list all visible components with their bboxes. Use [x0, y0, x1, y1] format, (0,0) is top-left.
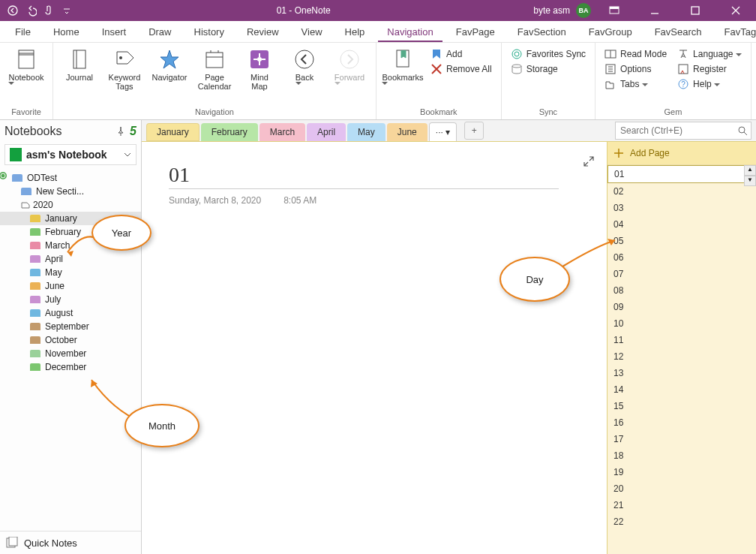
keyword-tags-button[interactable]: KeywordTags: [103, 46, 146, 91]
page-canvas[interactable]: 01 Sunday, March 8, 2020 8:05 AM: [142, 142, 607, 554]
section-tab-february[interactable]: February: [201, 123, 258, 141]
sync-icon[interactable]: [0, 171, 8, 180]
section-august[interactable]: August: [0, 306, 141, 320]
section-tab-june[interactable]: June: [387, 123, 428, 141]
scroll-down-icon[interactable]: ▼: [744, 176, 756, 186]
mind-map-button[interactable]: MindMap: [238, 46, 281, 91]
journal-button[interactable]: Journal: [58, 46, 101, 82]
page-item[interactable]: 22: [608, 513, 756, 530]
page-item[interactable]: 07: [608, 266, 756, 282]
section-tab-april[interactable]: April: [307, 123, 346, 141]
pin-icon[interactable]: [116, 126, 125, 137]
section-group-2020[interactable]: 2020: [0, 198, 141, 212]
page-item[interactable]: 19: [608, 464, 756, 480]
section-new[interactable]: New Secti...: [0, 185, 141, 198]
scroll-up-icon[interactable]: ▲: [744, 165, 756, 176]
tabs-button[interactable]: Tabs: [600, 77, 671, 91]
section-tab-march[interactable]: March: [260, 123, 305, 141]
sync-status-icon[interactable]: 5: [130, 125, 136, 138]
user-name[interactable]: byte asm: [533, 5, 570, 16]
page-item[interactable]: 05: [608, 233, 756, 249]
maximize-button[interactable]: [678, 0, 712, 21]
tab-file[interactable]: File: [6, 23, 40, 42]
tab-view[interactable]: View: [292, 23, 332, 42]
touch-mode-icon[interactable]: [42, 4, 56, 17]
minimize-button[interactable]: [638, 0, 672, 21]
page-item[interactable]: 11: [608, 332, 756, 348]
section-december[interactable]: December: [0, 360, 141, 374]
page-item[interactable]: 15: [608, 398, 756, 414]
page-item[interactable]: 20: [608, 480, 756, 497]
tab-favtag[interactable]: FavTag: [716, 23, 757, 42]
section-july[interactable]: July: [0, 293, 141, 306]
section-tab-may[interactable]: May: [347, 123, 386, 141]
page-item[interactable]: 01: [608, 165, 756, 183]
section-june[interactable]: June: [0, 279, 141, 293]
remove-all-button[interactable]: Remove All: [426, 62, 496, 76]
section-april[interactable]: April: [0, 252, 141, 266]
expand-icon[interactable]: [583, 155, 595, 167]
forward-button[interactable]: Forward: [328, 46, 371, 86]
navigator-button[interactable]: Navigator: [148, 46, 191, 82]
tab-history[interactable]: History: [185, 23, 233, 42]
page-item[interactable]: 03: [608, 200, 756, 216]
page-item[interactable]: 14: [608, 381, 756, 398]
page-item[interactable]: 06: [608, 249, 756, 266]
tab-favgroup[interactable]: FavGroup: [580, 23, 641, 42]
help-button[interactable]: ?Help: [673, 77, 746, 91]
page-title[interactable]: 01: [169, 163, 559, 189]
user-avatar[interactable]: BA: [576, 3, 591, 18]
page-item[interactable]: 04: [608, 216, 756, 233]
page-item[interactable]: 17: [608, 431, 756, 447]
section-february[interactable]: February: [0, 225, 141, 239]
section-october[interactable]: October: [0, 333, 141, 347]
tab-favsearch[interactable]: FavSearch: [646, 23, 711, 42]
page-item[interactable]: 16: [608, 414, 756, 431]
storage-button[interactable]: Storage: [506, 62, 590, 76]
add-section-button[interactable]: +: [464, 122, 484, 140]
add-page-button[interactable]: Add Page: [608, 142, 756, 165]
page-item[interactable]: 10: [608, 315, 756, 332]
tab-favpage[interactable]: FavPage: [447, 23, 504, 42]
page-item[interactable]: 08: [608, 282, 756, 299]
search-input[interactable]: [619, 125, 737, 137]
page-item[interactable]: 02: [608, 183, 756, 200]
section-odtest[interactable]: ODTest: [0, 171, 141, 185]
current-notebook[interactable]: asm's Notebook: [4, 144, 136, 165]
qat-more-icon[interactable]: [60, 4, 74, 17]
page-item[interactable]: 18: [608, 447, 756, 464]
tab-home[interactable]: Home: [44, 23, 88, 42]
section-september[interactable]: September: [0, 320, 141, 333]
language-button[interactable]: Language: [673, 47, 746, 61]
add-button[interactable]: Add: [426, 47, 496, 61]
section-may[interactable]: May: [0, 266, 141, 279]
close-button[interactable]: [718, 0, 753, 21]
ribbon-display-icon[interactable]: [597, 0, 632, 21]
more-sections-button[interactable]: ··· ▾: [429, 122, 457, 141]
favorites-sync-button[interactable]: Favorites Sync: [506, 47, 590, 61]
back-button[interactable]: Back: [283, 46, 326, 86]
page-item[interactable]: 09: [608, 299, 756, 315]
tab-favsection[interactable]: FavSection: [508, 23, 575, 42]
tab-insert[interactable]: Insert: [93, 23, 136, 42]
search-icon[interactable]: [737, 125, 748, 136]
page-calendar-button[interactable]: PageCalendar: [193, 46, 236, 91]
page-item[interactable]: 13: [608, 365, 756, 381]
search-box[interactable]: [615, 122, 752, 140]
section-tab-january[interactable]: January: [146, 123, 200, 141]
tab-navigation[interactable]: Navigation: [378, 23, 442, 42]
section-march[interactable]: March: [0, 239, 141, 252]
options-button[interactable]: Options: [600, 62, 671, 76]
tab-help[interactable]: Help: [336, 23, 374, 42]
read-mode-button[interactable]: Read Mode: [600, 47, 671, 61]
section-january[interactable]: January: [0, 212, 141, 225]
page-item[interactable]: 12: [608, 348, 756, 365]
back-icon[interactable]: [6, 4, 20, 17]
bookmarks-button[interactable]: Bookmarks: [381, 46, 424, 86]
notebook-button[interactable]: Notebook: [4, 46, 48, 86]
tab-review[interactable]: Review: [238, 23, 288, 42]
undo-icon[interactable]: [24, 4, 38, 17]
tab-draw[interactable]: Draw: [140, 23, 180, 42]
register-button[interactable]: Register: [673, 62, 746, 76]
page-item[interactable]: 21: [608, 497, 756, 513]
